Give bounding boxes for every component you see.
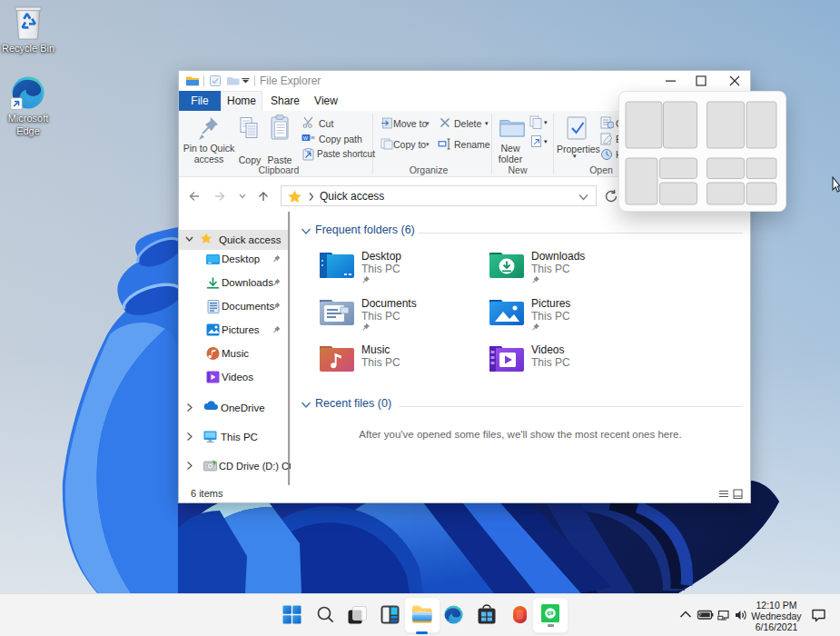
svg-text:CD Drive (D:) CC(: CD Drive (D:) CC( bbox=[219, 461, 293, 472]
svg-text:Documents: Documents bbox=[222, 301, 274, 312]
svg-text:OneDrive: OneDrive bbox=[221, 402, 265, 413]
svg-text:Downloads: Downloads bbox=[222, 277, 273, 288]
svg-text:Quick access: Quick access bbox=[219, 234, 282, 245]
svg-text:Pictures: Pictures bbox=[222, 324, 260, 335]
svg-text:Music: Music bbox=[222, 348, 249, 359]
svg-text:Desktop: Desktop bbox=[222, 253, 260, 264]
svg-text:This PC: This PC bbox=[221, 432, 258, 442]
svg-text:W: W bbox=[303, 135, 309, 141]
svg-text:Videos: Videos bbox=[222, 372, 253, 383]
